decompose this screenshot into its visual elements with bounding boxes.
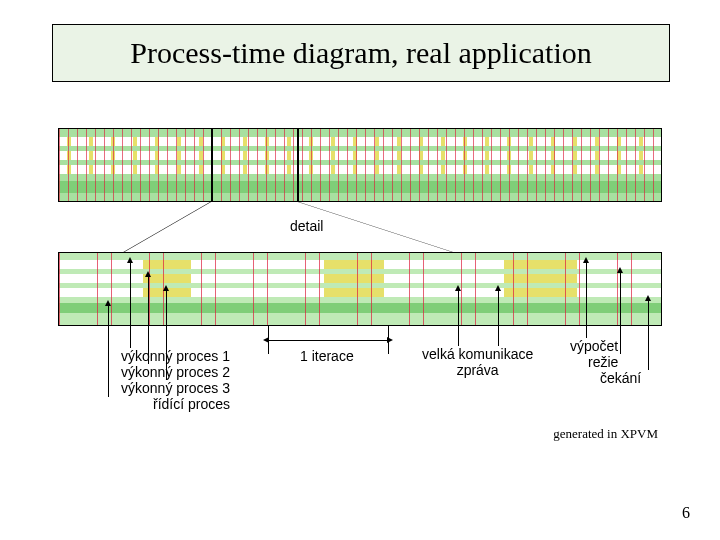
overview-comm-lines [59,129,661,201]
label-message: velká komunikace zpráva [422,346,533,378]
detail-comm-lines [59,253,661,325]
page-number: 6 [682,504,690,522]
label-wait: čekání [600,370,641,386]
arrow-msg-2 [498,290,499,346]
overview-highlight-box [211,128,299,202]
legend-labels: výpočet režie čekání [570,338,641,386]
generated-note: generated in XPVM [553,426,658,442]
arrow-msg-1 [458,290,459,346]
label-message-2: zpráva [422,362,533,378]
arrow-wait [648,300,649,370]
label-ctrl: řídící proces [62,396,230,412]
process-labels: výkonný proces 1 výkonný proces 2 výkonn… [90,348,230,412]
iteration-tick-right [388,326,389,354]
title-box: Process-time diagram, real application [52,24,670,82]
label-p2: výkonný proces 2 [90,364,230,380]
page-title: Process-time diagram, real application [130,36,592,70]
timeline-overview [58,128,662,202]
detail-label: detail [290,218,323,234]
label-p3: výkonný proces 3 [90,380,230,396]
arrow-p1 [130,262,131,348]
arrow-compute [586,262,587,338]
slide: Process-time diagram, real application d… [0,0,720,540]
iteration-span [268,340,388,341]
zoom-guide-left [123,202,211,252]
label-compute: výpočet [570,338,641,354]
iteration-tick-left [268,326,269,354]
label-iteration: 1 iterace [300,348,354,364]
label-overhead: režie [588,354,641,370]
label-p1: výkonný proces 1 [90,348,230,364]
label-message-1: velká komunikace [422,346,533,362]
